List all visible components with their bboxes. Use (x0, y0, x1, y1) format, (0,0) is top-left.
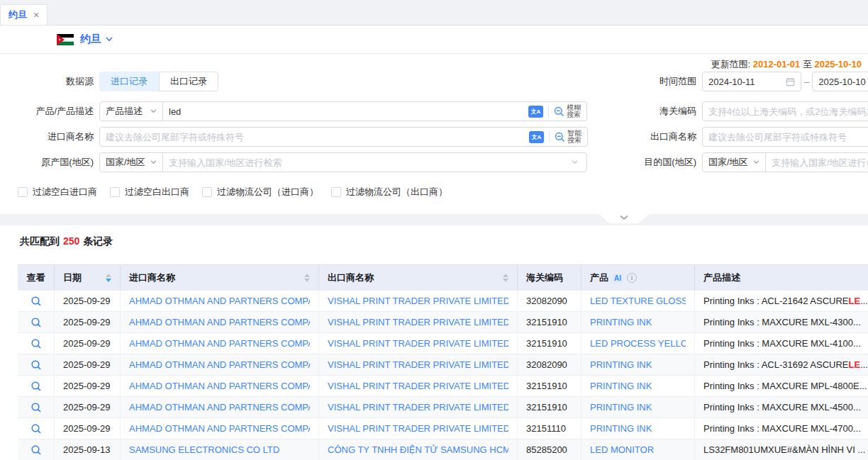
view-magnifier-icon[interactable] (30, 402, 42, 413)
exporter-link[interactable]: VISHAL PRINT TRADER PRIVATE LIMITED (328, 423, 508, 434)
date-sort-control[interactable] (106, 274, 111, 282)
header-hs-code: 海关编码 (518, 265, 582, 291)
chevron-down-icon[interactable] (572, 160, 578, 164)
view-magnifier-icon[interactable] (30, 317, 42, 328)
view-cell[interactable] (18, 439, 55, 460)
view-magnifier-icon[interactable] (30, 381, 42, 392)
tab-close-icon[interactable]: × (33, 10, 39, 20)
hs-code-input[interactable] (702, 101, 868, 121)
importer-link[interactable]: AHMAD OTHMAN AND PARTNERS COMPA... (129, 359, 310, 370)
exporter-link[interactable]: VISHAL PRINT TRADER PRIVATE LIMITED (328, 338, 508, 349)
view-magnifier-icon[interactable] (30, 359, 42, 371)
exporter-sort-control[interactable] (503, 274, 508, 282)
country-chevron-down-icon[interactable] (106, 37, 113, 42)
checkbox-icon[interactable] (202, 187, 212, 197)
sort-asc-icon[interactable] (304, 274, 310, 277)
exporter-link[interactable]: VISHAL PRINT TRADER PRIVATE LIMITED (328, 402, 508, 413)
summary-prefix: 共匹配到 (20, 235, 60, 247)
importer-link[interactable]: AHMAD OTHMAN AND PARTNERS COMPA... (129, 381, 310, 391)
exporter-link[interactable]: VISHAL PRINT TRADER PRIVATE LIMITED (328, 296, 508, 306)
sort-desc-icon[interactable] (304, 279, 310, 282)
destination-select-value: 国家/地区 (708, 156, 748, 169)
product-link[interactable]: PRINTING INK (590, 423, 652, 434)
origin-country-select[interactable]: 国家/地区 (99, 152, 163, 172)
checkbox-icon[interactable] (331, 187, 341, 197)
product-field-select[interactable]: 产品描述 (99, 101, 163, 121)
view-cell[interactable] (18, 397, 55, 417)
checkbox-filter-logistics-exporter[interactable]: 过滤物流公司（出口商） (331, 186, 447, 198)
view-cell[interactable] (18, 291, 55, 311)
importer-sort-control[interactable] (304, 274, 310, 282)
start-date-picker[interactable]: 2024-10-11 (702, 72, 801, 91)
importer-link[interactable]: AHMAD OTHMAN AND PARTNERS COMPA... (129, 296, 310, 306)
info-icon[interactable]: i (627, 273, 637, 283)
view-magnifier-icon[interactable] (30, 338, 42, 349)
chevron-down-icon (150, 109, 157, 113)
table-row: 2025-09-29 AHMAD OTHMAN AND PARTNERS COM… (18, 333, 868, 354)
importer-link[interactable]: AHMAD OTHMAN AND PARTNERS COMPA... (129, 402, 310, 413)
product-link[interactable]: PRINTING INK (590, 317, 652, 327)
header-product-desc: 产品描述 (695, 265, 868, 291)
update-range: 更新范围: 2012-01-01 至 2025-10-10 (711, 58, 862, 71)
importer-link[interactable]: AHMAD OTHMAN AND PARTNERS COMPA... (129, 338, 310, 349)
table-row: 2025-09-29 AHMAD OTHMAN AND PARTNERS COM… (18, 418, 868, 439)
importer-name-input[interactable] (100, 128, 529, 145)
destination-country-input-group (765, 152, 868, 172)
view-cell[interactable] (18, 333, 55, 354)
end-date-picker[interactable]: 2025-10-10 (812, 72, 868, 91)
fuzzy-search-button[interactable]: 模糊 搜索 (554, 104, 582, 118)
view-cell[interactable] (18, 418, 55, 439)
importer-link[interactable]: SAMSUNG ELECTRONICS CO LTD (129, 444, 279, 455)
view-magnifier-icon[interactable] (30, 296, 42, 307)
exporter-link[interactable]: VISHAL PRINT TRADER PRIVATE LIMITED (328, 359, 508, 370)
destination-country-select[interactable]: 国家/地区 (702, 152, 766, 172)
view-magnifier-icon[interactable] (30, 444, 42, 456)
product-search-input[interactable] (163, 103, 528, 120)
date-cell: 2025-09-13 (55, 439, 121, 460)
sort-desc-icon[interactable] (106, 279, 111, 282)
product-link[interactable]: PRINTING INK (590, 381, 652, 391)
data-source-segmented: 进口记录 出口记录 (99, 72, 218, 91)
summary-count: 250 (63, 235, 79, 247)
export-records-tab[interactable]: 出口记录 (159, 72, 218, 91)
end-date-value: 2025-10-10 (818, 77, 866, 87)
checkbox-filter-blank-importer[interactable]: 过滤空白进口商 (18, 186, 97, 198)
importer-link[interactable]: AHMAD OTHMAN AND PARTNERS COMPA... (129, 317, 310, 327)
exporter-name-input[interactable] (702, 127, 868, 147)
destination-country-input[interactable] (766, 154, 868, 171)
product-link[interactable]: PRINTING INK (590, 402, 652, 413)
product-link[interactable]: LED MONITOR (590, 444, 654, 455)
translate-icon[interactable]: 文A (528, 106, 543, 118)
checkbox-filter-blank-exporter[interactable]: 过滤空白出口商 (110, 186, 189, 198)
sort-asc-icon[interactable] (106, 274, 111, 277)
checkbox-icon[interactable] (18, 187, 28, 197)
country-bar: 约旦 (0, 26, 868, 54)
product-link[interactable]: LED PROCESS YELLOW... (590, 338, 686, 349)
smart-search-button[interactable]: 智能 搜索 (555, 130, 583, 144)
tab-bar: 约旦 × (0, 0, 868, 26)
product-desc-cell: LS32FM801UMXUE#&MÀN HÌNH VI ... (695, 439, 868, 460)
hs-code-label: 海关编码 (642, 105, 702, 118)
sort-desc-icon[interactable] (503, 279, 508, 282)
tab-jordan[interactable]: 约旦 × (0, 4, 48, 25)
origin-country-input[interactable] (163, 154, 572, 171)
view-cell[interactable] (18, 312, 55, 332)
view-magnifier-icon[interactable] (30, 423, 42, 434)
sort-asc-icon[interactable] (503, 274, 508, 277)
import-records-tab[interactable]: 进口记录 (99, 72, 159, 91)
exporter-link[interactable]: CÔNG TY TNHH ĐIỆN TỬ SAMSUNG HCMC... (328, 444, 508, 455)
country-name[interactable]: 约旦 (80, 33, 101, 46)
origin-select-value: 国家/地区 (106, 156, 145, 169)
view-cell[interactable] (18, 354, 55, 375)
product-link[interactable]: LED TEXTURE GLOSS ... (590, 296, 686, 306)
search-minus-icon (555, 132, 565, 142)
checkbox-filter-logistics-importer[interactable]: 过滤物流公司（进口商） (202, 186, 318, 198)
view-cell[interactable] (18, 376, 55, 396)
checkbox-icon[interactable] (110, 187, 120, 197)
exporter-link[interactable]: VISHAL PRINT TRADER PRIVATE LIMITED (328, 317, 508, 327)
translate-icon[interactable]: 文A (529, 131, 544, 143)
product-link[interactable]: PRINTING INK (590, 359, 652, 370)
importer-link[interactable]: AHMAD OTHMAN AND PARTNERS COMPA... (129, 423, 310, 434)
exporter-link[interactable]: VISHAL PRINT TRADER PRIVATE LIMITED (328, 381, 508, 391)
update-range-to: 至 (803, 59, 812, 69)
